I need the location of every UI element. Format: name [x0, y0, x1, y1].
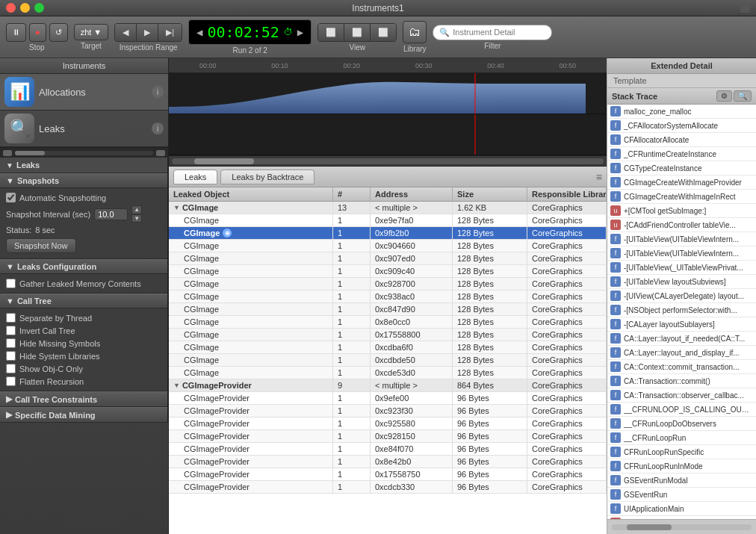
size-cell: 96 Bytes — [453, 417, 527, 429]
library-button[interactable]: 🗂 — [403, 21, 427, 43]
snapshot-interval-input[interactable] — [94, 208, 128, 220]
show-objc-checkbox[interactable] — [6, 364, 16, 373]
link-icon[interactable]: ⊕ — [223, 229, 232, 237]
pause-button[interactable]: ⏸ — [6, 23, 26, 42]
table-row[interactable]: CGImage 1 0xc904660 128 Bytes CoreGraphi… — [169, 240, 607, 252]
timer-display: ◀ 00:02:52 ⏱ ▶ — [188, 19, 312, 45]
hide-missing-checkbox[interactable] — [6, 338, 16, 348]
maximize-button[interactable] — [34, 3, 44, 13]
leaks-row[interactable]: 🔍 Leaks i — [0, 111, 168, 147]
table-row[interactable]: ▼ CGImage 13 < multiple > 1.62 KB CoreGr… — [169, 202, 607, 214]
traffic-lights[interactable] — [6, 3, 44, 13]
table-row[interactable]: CGImage 1 0xe9e7fa0 128 Bytes CoreGraphi… — [169, 214, 607, 227]
next-run-button[interactable]: ▶ — [297, 26, 303, 38]
stack-item-text: malloc_zone_malloc — [624, 108, 753, 116]
allocations-info-button[interactable]: i — [152, 86, 164, 98]
snapshot-now-button[interactable]: Snapshot Now — [6, 238, 76, 253]
specific-data-header[interactable]: ▶ Specific Data Mining — [0, 407, 167, 423]
target-name: zht — [81, 28, 92, 37]
range-start-button[interactable]: ◀ — [115, 24, 137, 41]
table-row[interactable]: CGImage 1 0xc909c40 128 Bytes CoreGraphi… — [169, 265, 607, 278]
view-btn1[interactable]: ⬜ — [318, 24, 344, 41]
table-row[interactable]: CGImage 1 0xc907ed0 128 Bytes CoreGraphi… — [169, 252, 607, 265]
restart-button[interactable]: ↺ — [49, 23, 68, 42]
leaks-config-header[interactable]: ▼ Leaks Configuration — [0, 259, 167, 274]
stack-item: f malloc_zone_malloc — [607, 105, 756, 119]
call-tree-header[interactable]: ▼ Call Tree — [0, 294, 167, 308]
table-row[interactable]: CGImageProvider 1 0xc928150 96 Bytes Cor… — [169, 430, 607, 443]
table-row[interactable]: CGImage 1 0xc847d90 128 Bytes CoreGraphi… — [169, 303, 607, 316]
invert-tree-checkbox[interactable] — [6, 326, 16, 335]
expand-arrow[interactable]: ▼ — [173, 204, 180, 211]
sidebar-scroll-btn-left[interactable] — [3, 150, 12, 156]
snapshots-header[interactable]: ▼ Snapshots — [0, 173, 167, 188]
view-btn2[interactable]: ⬜ — [344, 24, 371, 41]
expand-button[interactable] — [740, 3, 750, 13]
table-row[interactable]: CGImage 1 0xcdba6f0 128 Bytes CoreGraphi… — [169, 341, 607, 354]
timer-controls: ⏱ — [284, 27, 293, 37]
table-row[interactable]: ▼ CGImageProvider 9 < multiple > 864 Byt… — [169, 379, 607, 392]
collapse-leaks-icon[interactable]: ▼ — [6, 161, 13, 170]
prev-run-button[interactable]: ◀ — [196, 26, 202, 38]
tab-leaks[interactable]: Leaks — [173, 170, 217, 184]
sidebar-scroll-thumb[interactable] — [15, 151, 45, 155]
sidebar-scroll-btn-right[interactable] — [156, 150, 165, 156]
stack-item-text: CA::Context::commit_transaction... — [624, 363, 753, 371]
stack-item-icon: f — [610, 461, 621, 471]
stack-gear-button[interactable]: ⚙ — [716, 90, 732, 102]
table-row[interactable]: CGImageProvider 1 0xc923f30 96 Bytes Cor… — [169, 405, 607, 417]
target-button[interactable]: zht ▼ — [74, 24, 109, 40]
range-end-button[interactable]: ▶| — [158, 24, 182, 41]
stepper-up[interactable]: ▲ — [131, 205, 142, 214]
allocations-row[interactable]: 📊 Allocations i — [0, 74, 168, 111]
graph-scroll-thumb[interactable] — [194, 158, 254, 164]
leaks-info-button[interactable]: i — [152, 122, 164, 134]
table-row[interactable]: CGImage 1 0xcde53d0 128 Bytes CoreGraphi… — [169, 367, 607, 379]
table-header: Leaked Object # Address Size Responsible… — [169, 187, 607, 202]
count-cell: 1 — [333, 303, 371, 315]
leaked-object-cell: CGImageProvider — [169, 417, 333, 429]
size-cell: 128 Bytes — [453, 316, 527, 328]
table-row[interactable]: CGImageProvider 1 0xc925580 96 Bytes Cor… — [169, 417, 607, 430]
separate-thread-checkbox[interactable] — [6, 313, 16, 323]
search-box[interactable]: 🔍 — [433, 25, 552, 40]
table-row[interactable]: CGImage 1 0x17558800 128 Bytes CoreGraph… — [169, 329, 607, 341]
inspection-section: ◀ ▶ ▶| Inspection Range — [114, 23, 182, 52]
stack-item-text: -[UITableView(UITableViewIntern... — [624, 249, 753, 258]
view-btn3[interactable]: ⬜ — [371, 24, 396, 41]
leaked-object-cell: CGImage — [169, 367, 333, 379]
address-cell: 0x8e42b0 — [371, 456, 453, 468]
range-play-button[interactable]: ▶ — [137, 24, 158, 41]
table-row[interactable]: CGImage 1 0xc928700 128 Bytes CoreGraphi… — [169, 278, 607, 291]
table-row[interactable]: CGImageProvider 1 0x9efe00 96 Bytes Core… — [169, 392, 607, 405]
minimize-button[interactable] — [20, 3, 30, 13]
stack-search-button[interactable]: 🔍 — [734, 90, 752, 102]
call-tree-constraints-header[interactable]: ▶ Call Tree Constraints — [0, 391, 167, 407]
table-row[interactable]: CGImageProvider 1 0x17558750 96 Bytes Co… — [169, 468, 607, 481]
table-row[interactable]: CGImage 1 0x8e0cc0 128 Bytes CoreGraphic… — [169, 316, 607, 329]
address-cell: 0x8e0cc0 — [371, 316, 453, 328]
table-row[interactable]: CGImage ⊕ 1 0x9fb2b0 128 Bytes CoreGraph… — [169, 227, 607, 240]
hide-system-checkbox[interactable] — [6, 351, 16, 361]
graph-scrollbar[interactable] — [169, 155, 607, 166]
flatten-checkbox[interactable] — [6, 376, 16, 386]
table-row[interactable]: CGImage 1 0xc938ac0 128 Bytes CoreGraphi… — [169, 291, 607, 303]
table-row[interactable]: CGImageProvider 1 0xe84f070 96 Bytes Cor… — [169, 443, 607, 456]
snapshot-interval-row: Snapshot Interval (sec) ▲ ▼ — [6, 204, 161, 224]
gather-leaked-checkbox[interactable] — [6, 279, 16, 288]
stepper-down[interactable]: ▼ — [131, 214, 142, 223]
auto-snapshot-checkbox[interactable] — [6, 193, 16, 202]
table-row[interactable]: CGImage 1 0xcdbde50 128 Bytes CoreGraphi… — [169, 354, 607, 367]
expand-arrow[interactable]: ▼ — [173, 382, 180, 389]
tab-leaks-backtrace[interactable]: Leaks by Backtrace — [220, 170, 315, 184]
search-input[interactable] — [453, 28, 550, 37]
right-scrollbar-thumb[interactable] — [627, 524, 672, 530]
table-row[interactable]: CGImageProvider 1 0xcdcb330 96 Bytes Cor… — [169, 481, 607, 494]
show-objc-row: Show Obj-C Only — [6, 362, 161, 375]
address-cell: 0xe9e7fa0 — [371, 214, 453, 226]
record-button[interactable]: ● — [29, 23, 46, 42]
table-menu-button[interactable]: ≡ — [596, 171, 602, 183]
close-button[interactable] — [6, 3, 16, 13]
table-row[interactable]: CGImageProvider 1 0x8e42b0 96 Bytes Core… — [169, 456, 607, 468]
stack-item: f __CFRunLoopRun — [607, 431, 756, 445]
